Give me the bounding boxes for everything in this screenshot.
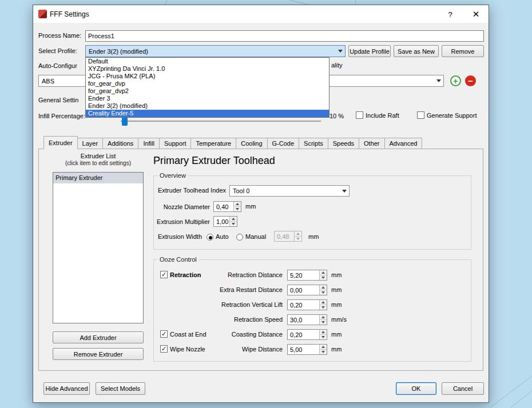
toolhead-title: Primary Extruder Toolhead xyxy=(153,155,275,167)
wipe-distance-unit: mm xyxy=(331,346,342,353)
infill-slider-handle[interactable] xyxy=(122,117,128,126)
ok-button[interactable]: OK xyxy=(396,382,436,395)
extrusion-width-manual-radio[interactable] xyxy=(236,234,243,241)
profile-option-highlighted[interactable]: Creality Ender-5 xyxy=(86,110,329,117)
title-bar[interactable]: FFF Settings ? ✕ xyxy=(33,5,489,23)
tab-additions[interactable]: Additions xyxy=(102,138,138,149)
tab-infill[interactable]: Infill xyxy=(138,138,160,149)
spin-down-button[interactable] xyxy=(320,305,327,310)
fff-settings-dialog: FFF Settings ? ✕ Process Name: Select Pr… xyxy=(33,5,489,403)
app-icon xyxy=(38,10,47,18)
chevron-down-icon[interactable] xyxy=(339,186,349,196)
generate-support-checkbox[interactable] xyxy=(417,111,424,119)
hide-advanced-button[interactable]: Hide Advanced xyxy=(43,382,90,395)
extruder-list: Primary Extruder xyxy=(53,172,144,323)
extrusion-width-spinner: 0,48 xyxy=(274,231,302,242)
retraction-distance-spinner[interactable]: 5,20 xyxy=(287,270,327,281)
tab-temperature[interactable]: Temperature xyxy=(190,138,236,149)
extra-restart-distance-spinner[interactable]: 0,00 xyxy=(287,285,327,295)
retraction-distance-label: Retraction Distance xyxy=(193,271,283,278)
extrusion-multiplier-label: Extrusion Multiplier xyxy=(113,218,210,225)
process-name-label: Process Name: xyxy=(38,32,81,39)
retraction-speed-spinner[interactable]: 30,0 xyxy=(287,314,327,325)
wipe-nozzle-checkbox[interactable]: ✓ xyxy=(160,345,168,353)
spin-down-button[interactable] xyxy=(320,290,327,295)
tab-other[interactable]: Other xyxy=(359,138,385,149)
spin-down-button[interactable] xyxy=(320,334,327,339)
spin-up-button[interactable] xyxy=(320,300,327,305)
retraction-checkbox[interactable]: ✓ xyxy=(160,271,168,278)
profile-option[interactable]: for_gear_dvp xyxy=(86,80,329,87)
extruder-list-item-selected[interactable]: Primary Extruder xyxy=(53,173,143,183)
help-button[interactable]: ? xyxy=(442,9,459,20)
profile-option[interactable]: Ender 3 xyxy=(86,95,329,102)
spin-down-button[interactable] xyxy=(234,206,241,211)
include-raft-label[interactable]: Include Raft xyxy=(366,112,399,119)
spin-up-button[interactable] xyxy=(320,330,327,334)
profile-option[interactable]: JCG - Prusa MK2 (PLA) xyxy=(86,73,329,80)
retraction-speed-label: Retraction Speed xyxy=(193,316,283,323)
spin-up-button[interactable] xyxy=(320,270,327,275)
nozzle-diameter-label: Nozzle Diameter xyxy=(113,203,210,210)
quality-combobox[interactable] xyxy=(321,75,444,87)
extrusion-width-unit: mm xyxy=(308,233,319,240)
tab-extruder[interactable]: Extruder xyxy=(43,136,78,149)
add-quality-icon[interactable]: + xyxy=(450,75,461,86)
profile-option[interactable]: XYZprinting Da Vinci Jr. 1.0 xyxy=(86,65,329,73)
extrusion-multiplier-spinner[interactable]: 1,00 xyxy=(213,216,237,227)
select-models-button[interactable]: Select Models xyxy=(96,382,145,395)
coasting-distance-spinner[interactable]: 0,20 xyxy=(287,329,327,340)
select-profile-label: Select Profile: xyxy=(38,47,77,54)
spin-up-button[interactable] xyxy=(320,285,327,290)
spin-down-button[interactable] xyxy=(320,319,327,325)
extrusion-width-auto-label[interactable]: Auto xyxy=(216,233,229,240)
coast-at-end-checkbox[interactable]: ✓ xyxy=(160,330,168,338)
extrusion-width-manual-label[interactable]: Manual xyxy=(245,233,266,240)
cancel-button[interactable]: Cancel xyxy=(442,382,484,395)
chevron-down-icon[interactable] xyxy=(434,75,443,86)
spin-up-button[interactable] xyxy=(234,202,241,206)
profile-dropdown-list: Default XYZprinting Da Vinci Jr. 1.0 JCG… xyxy=(85,57,329,118)
add-extruder-button[interactable]: Add Extruder xyxy=(53,331,144,343)
auto-configure-material-label: Auto-Configur xyxy=(38,62,77,69)
tab-advanced[interactable]: Advanced xyxy=(384,138,423,149)
chevron-down-icon[interactable] xyxy=(335,46,345,57)
infill-percentage-label: Infill Percentage: xyxy=(38,113,85,119)
toolhead-index-combobox[interactable]: Tool 0 xyxy=(229,185,350,197)
spin-up-button[interactable] xyxy=(230,217,237,221)
tab-gcode[interactable]: G-Code xyxy=(267,138,300,149)
include-raft-checkbox[interactable] xyxy=(356,111,363,119)
close-icon[interactable]: ✕ xyxy=(467,9,485,20)
auto-configure-quality-label: ality xyxy=(331,62,343,69)
profile-option[interactable]: Default xyxy=(86,58,329,65)
general-settings-label: General Settin xyxy=(38,97,78,103)
profile-combobox[interactable]: Ender 3(2) (modified) xyxy=(85,45,346,57)
tab-cooling[interactable]: Cooling xyxy=(236,138,267,149)
infill-slider-track[interactable] xyxy=(121,121,321,122)
process-name-input[interactable] xyxy=(85,30,484,42)
tab-scripts[interactable]: Scripts xyxy=(299,138,328,149)
update-profile-button[interactable]: Update Profile xyxy=(348,45,391,57)
spin-down-button[interactable] xyxy=(320,275,327,280)
generate-support-label[interactable]: Generate Support xyxy=(427,112,477,119)
save-as-new-button[interactable]: Save as New xyxy=(394,45,439,57)
retraction-vertical-lift-spinner[interactable]: 0,20 xyxy=(287,299,327,310)
profile-option[interactable]: Ender 3(2) (modified) xyxy=(86,102,329,110)
spin-down-button[interactable] xyxy=(320,349,327,354)
tab-support[interactable]: Support xyxy=(159,138,192,149)
nozzle-diameter-spinner[interactable]: 0,40 xyxy=(213,201,241,212)
spin-up-button[interactable] xyxy=(320,315,327,319)
wipe-distance-spinner[interactable]: 5,00 xyxy=(287,344,327,355)
remove-quality-icon[interactable]: − xyxy=(465,75,476,86)
extrusion-width-auto-radio[interactable] xyxy=(207,234,213,241)
remove-extruder-button[interactable]: Remove Extruder xyxy=(53,348,144,360)
retraction-speed-unit: mm/s xyxy=(331,316,347,323)
settings-tab-bar: Extruder Layer Additions Infill Support … xyxy=(43,136,422,149)
tab-speeds[interactable]: Speeds xyxy=(328,138,359,149)
profile-option[interactable]: for_gear_dvp2 xyxy=(86,87,329,95)
extra-restart-distance-unit: mm xyxy=(331,286,342,293)
tab-layer[interactable]: Layer xyxy=(77,138,104,149)
remove-profile-button[interactable]: Remove xyxy=(442,45,484,57)
spin-down-button[interactable] xyxy=(230,221,237,226)
spin-up-button[interactable] xyxy=(320,345,327,349)
